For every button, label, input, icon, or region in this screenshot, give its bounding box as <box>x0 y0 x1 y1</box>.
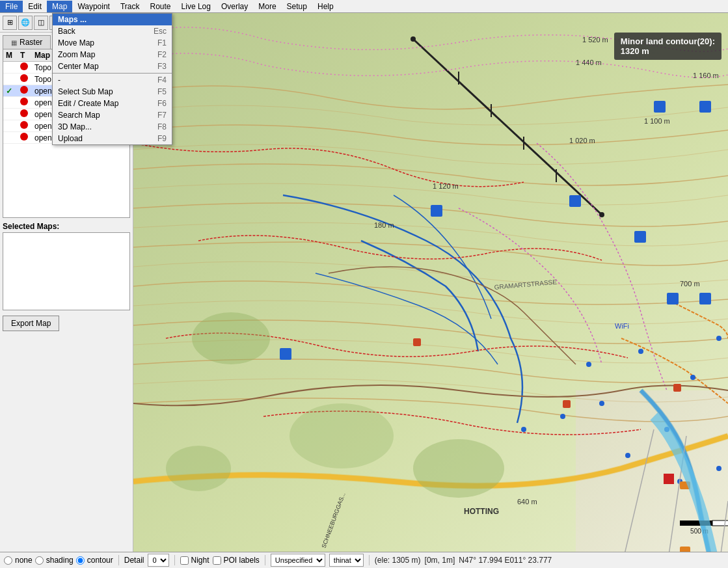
svg-point-11 <box>166 446 231 491</box>
detail-select[interactable]: 0 1 2 <box>148 554 169 567</box>
svg-point-10 <box>413 439 504 498</box>
profile-select[interactable]: thinat <box>329 554 364 567</box>
menu-route[interactable]: Route <box>145 1 176 12</box>
svg-rect-56 <box>673 384 681 392</box>
svg-rect-30 <box>634 231 646 243</box>
dropdown-select-sub-map[interactable]: Select Sub Map F5 <box>53 86 172 98</box>
night-label[interactable]: Night <box>191 556 209 565</box>
terrain-contour-radio[interactable] <box>76 556 85 565</box>
poi-checkbox[interactable] <box>213 556 221 565</box>
menu-waypoint[interactable]: Waypoint <box>72 1 115 12</box>
dropdown-move-map[interactable]: Move Map F1 <box>53 37 172 49</box>
svg-rect-28 <box>699 101 711 113</box>
svg-rect-33 <box>280 348 291 360</box>
svg-rect-53 <box>664 474 674 484</box>
svg-text:180 m: 180 m <box>374 221 394 229</box>
svg-point-45 <box>599 401 604 406</box>
svg-point-37 <box>690 375 695 380</box>
tooltip-value: 1320 m <box>621 46 715 56</box>
separator-unspecified <box>265 555 265 565</box>
export-map-button[interactable]: Export Map <box>3 316 59 331</box>
map-tooltip: Minor land contour(20): 1320 m <box>614 33 721 60</box>
selected-maps-box <box>3 232 130 310</box>
menu-edit[interactable]: Edit <box>23 1 47 12</box>
svg-point-46 <box>560 414 565 419</box>
coordinates-text: N47° 17.994 E011° 23.777 <box>459 556 552 565</box>
svg-point-42 <box>716 466 721 471</box>
map-type-6 <box>20 133 34 142</box>
svg-text:WiFi: WiFi <box>615 322 629 330</box>
col-t-header: T <box>20 51 34 60</box>
poi-checkbox-group: POI labels <box>213 556 259 565</box>
dropdown-search-map[interactable]: Search Map F7 <box>53 109 172 121</box>
svg-rect-32 <box>699 293 711 304</box>
svg-rect-31 <box>667 293 679 304</box>
menu-map[interactable]: Map <box>47 1 72 12</box>
map-area[interactable]: 1 520 m 1 440 m 1 160 m 1 100 m 1 020 m … <box>133 13 728 568</box>
map-type-0 <box>20 62 34 72</box>
svg-text:HOTTING: HOTTING <box>464 507 499 516</box>
menu-help[interactable]: Help <box>312 1 339 12</box>
elevation-text: (ele: 1305 m) <box>375 556 421 565</box>
svg-point-38 <box>716 336 721 341</box>
terrain-shading-radio[interactable] <box>35 556 44 565</box>
terrain-shading-label[interactable]: shading <box>46 556 74 565</box>
dropdown-f4[interactable]: - F4 <box>53 74 172 86</box>
dropdown-center-map[interactable]: Center Map F3 <box>53 61 172 72</box>
menu-file[interactable]: File <box>0 1 23 12</box>
svg-rect-29 <box>569 195 581 207</box>
unspecified-select[interactable]: Unspecified <box>271 554 325 567</box>
svg-rect-27 <box>654 101 666 113</box>
dropdown-title: Maps ... <box>53 14 172 25</box>
terrain-contour-label[interactable]: contour <box>87 556 113 565</box>
map-check-2: ✓ <box>6 87 20 96</box>
separator-coords <box>369 555 370 565</box>
svg-point-35 <box>586 362 591 367</box>
separator-1 <box>53 73 172 74</box>
distance-text: [0m, 1m] <box>425 556 455 565</box>
menu-track[interactable]: Track <box>115 1 145 12</box>
menu-more[interactable]: More <box>253 1 281 12</box>
detail-label: Detail <box>124 556 144 565</box>
topo-map-svg: 1 520 m 1 440 m 1 160 m 1 100 m 1 020 m … <box>133 13 728 568</box>
svg-rect-54 <box>413 338 421 346</box>
tooltip-title: Minor land contour(20): <box>621 36 715 46</box>
menu-livelog[interactable]: Live Log <box>176 1 216 12</box>
menubar: File Edit Map Waypoint Track Route Live … <box>0 0 728 13</box>
svg-rect-55 <box>563 400 571 408</box>
toolbar-globe-btn[interactable]: 🌐 <box>18 16 33 30</box>
maps-dropdown: Maps ... Back Esc Move Map F1 Zoom Map F… <box>52 13 172 145</box>
svg-point-2 <box>411 36 416 42</box>
tab-raster-label: Raster <box>20 38 42 47</box>
svg-point-47 <box>521 427 526 432</box>
svg-point-9 <box>290 403 394 468</box>
menu-setup[interactable]: Setup <box>282 1 312 12</box>
svg-rect-34 <box>431 205 442 217</box>
terrain-none-radio[interactable] <box>4 556 12 565</box>
dropdown-3d-map[interactable]: 3D Map... F8 <box>53 121 172 133</box>
svg-text:1 440 m: 1 440 m <box>576 59 602 66</box>
status-bar: none shading contour Detail 0 1 2 Night … <box>0 552 728 568</box>
separator-night <box>174 555 175 565</box>
menu-overlay[interactable]: Overlay <box>216 1 253 12</box>
selected-maps-label: Selected Maps: <box>0 218 133 232</box>
tab-raster[interactable]: ▦ Raster <box>3 35 51 49</box>
svg-text:640 m: 640 m <box>517 498 537 506</box>
svg-text:1 020 m: 1 020 m <box>569 137 595 144</box>
toolbar-grid-btn[interactable]: ⊞ <box>3 16 17 30</box>
svg-point-3 <box>599 212 604 217</box>
dropdown-back[interactable]: Back Esc <box>53 25 172 37</box>
terrain-none-label[interactable]: none <box>15 556 33 565</box>
svg-point-8 <box>192 312 270 364</box>
toolbar-layers-btn[interactable]: ◫ <box>34 16 48 30</box>
dropdown-zoom-map[interactable]: Zoom Map F2 <box>53 49 172 61</box>
dropdown-edit-create-map[interactable]: Edit / Create Map F6 <box>53 98 172 109</box>
map-type-2 <box>20 86 34 96</box>
poi-label[interactable]: POI labels <box>223 556 259 565</box>
svg-text:1 100 m: 1 100 m <box>644 117 670 125</box>
night-checkbox[interactable] <box>180 556 189 565</box>
svg-text:700 m: 700 m <box>680 280 700 288</box>
svg-text:1 120 m: 1 120 m <box>433 182 459 190</box>
map-type-3 <box>20 98 34 107</box>
dropdown-upload[interactable]: Upload F9 <box>53 133 172 144</box>
